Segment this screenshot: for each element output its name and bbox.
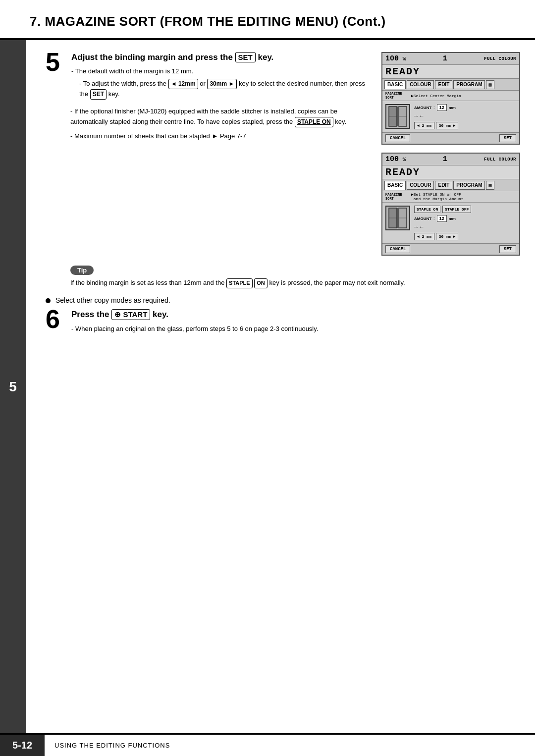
- panel2-amount-row: AMOUNT : 12 mm: [414, 215, 516, 222]
- panel2-percent: 100 %: [385, 155, 406, 163]
- page-title: 7. MAGAZINE SORT (FROM THE EDITING MENU)…: [30, 14, 505, 29]
- panel1-30mm-btn[interactable]: 30 mm ►: [436, 122, 459, 129]
- panel2-controls: STAPLE ON STAPLE OFF AMOUNT : 12 mm: [414, 206, 516, 240]
- page-header: 7. MAGAZINE SORT (FROM THE EDITING MENU)…: [0, 0, 535, 40]
- tip-staple-key[interactable]: STAPLE: [226, 278, 253, 288]
- panel2-set-btn[interactable]: SET: [499, 245, 516, 253]
- panel2-info-text: ▶Set STAPLE ON or OFF and the Margin Amo…: [411, 192, 464, 201]
- panel2-tab-colour[interactable]: COLOUR: [407, 181, 434, 190]
- panel2-staple-row: STAPLE ON STAPLE OFF: [414, 206, 516, 213]
- bullet-circle-icon: [46, 298, 51, 303]
- display-panel-2: 100 % 1 FULL COLOUR READY BASIC COLOUR E…: [381, 153, 520, 256]
- footer-text: USING THE EDITING FUNCTIONS: [45, 737, 180, 754]
- panel1-amount-value: 12: [437, 104, 447, 111]
- panel2-tab-basic[interactable]: BASIC: [384, 181, 406, 190]
- step6-start-key: ⊕ START: [111, 309, 150, 320]
- panel1-info-text: ▶Select Center Margin: [411, 94, 461, 98]
- step5-bullet2: - To adjust the width, press the ◄ 12mm …: [79, 79, 372, 100]
- step5-title-text1: Adjust the binding margin and press the: [71, 53, 233, 62]
- panel1-amount-unit: mm: [449, 106, 456, 110]
- panel2-arrows-row: → ←: [414, 224, 516, 231]
- footer-page-number: 5-12: [0, 735, 45, 756]
- panel2-amount-unit: mm: [449, 216, 456, 221]
- panel1-tab-program[interactable]: PROGRAM: [453, 80, 485, 89]
- panel2-tabs: BASIC COLOUR EDIT PROGRAM ▦: [382, 179, 519, 191]
- panel1-cancel-btn[interactable]: CANCEL: [385, 134, 410, 142]
- panel1-copynum: 1: [443, 54, 447, 63]
- tip-label: Tip: [70, 266, 94, 275]
- panel1-tabs: BASIC COLOUR EDIT PROGRAM ▦: [382, 79, 519, 91]
- step5-section: 5 Adjust the binding margin and press th…: [46, 52, 520, 256]
- step6-title: Press the ⊕ START key.: [71, 309, 520, 320]
- panel2-ready: READY: [382, 165, 519, 179]
- step5-note1: - If the optional finisher (MJ-1020) equ…: [70, 107, 372, 127]
- panel1-2mm-btn[interactable]: ◄ 2 mm: [414, 122, 434, 129]
- step5-note2: - Maximum number of sheets that can be s…: [70, 131, 372, 142]
- panel1-ready: READY: [382, 65, 519, 79]
- panel2-fullcolour: FULL COLOUR: [484, 157, 516, 162]
- panel1-tab-colour[interactable]: COLOUR: [407, 80, 434, 89]
- svg-rect-4: [397, 107, 399, 126]
- panel2-staple-off-btn[interactable]: STAPLE OFF: [442, 206, 471, 213]
- panel1-info-row: MAGAZINE SORT ▶Select Center Margin: [382, 91, 519, 101]
- step6-title-text2: key.: [153, 310, 168, 319]
- tip-on-key[interactable]: ON: [254, 278, 268, 288]
- 30mm-key[interactable]: 30mm ►: [207, 79, 237, 89]
- step5-body: Adjust the binding margin and press the …: [71, 52, 372, 102]
- panel1-right-arrow: →: [414, 113, 418, 120]
- panel1-tab-icon[interactable]: ▦: [486, 80, 494, 89]
- panel2-30mm-btn[interactable]: 30 mm ►: [436, 233, 459, 240]
- panel2-cancel-btn[interactable]: CANCEL: [385, 245, 410, 253]
- panel2-footer: CANCEL SET: [382, 243, 519, 255]
- step6-section: 6 Press the ⊕ START key. - When placing …: [46, 309, 520, 334]
- bullet-select-text: Select other copy modes as required.: [55, 296, 170, 304]
- panel2-2mm-btn[interactable]: ◄ 2 mm: [414, 233, 434, 240]
- step5-left: 5 Adjust the binding margin and press th…: [46, 52, 372, 145]
- panel2-right-arrow: →: [414, 224, 418, 231]
- panel2-tab-edit[interactable]: EDIT: [435, 181, 452, 190]
- page: 7. MAGAZINE SORT (FROM THE EDITING MENU)…: [0, 0, 535, 756]
- panel1-arrows-row: → ←: [414, 113, 516, 120]
- panel1-tab-basic[interactable]: BASIC: [384, 80, 406, 89]
- 12mm-key[interactable]: ◄ 12mm: [168, 79, 198, 89]
- panel2-amount-value: 12: [437, 215, 447, 222]
- step5-set-key: SET: [235, 52, 256, 62]
- content-area: 5 Adjust the binding margin and press th…: [26, 40, 535, 734]
- panel2-amount-label: AMOUNT: [414, 216, 431, 221]
- step5-bullet1: - The default width of the margin is 12 …: [71, 66, 372, 77]
- step6-number: 6: [46, 306, 66, 332]
- step6-body: Press the ⊕ START key. - When placing an…: [71, 309, 520, 334]
- step6-desc: - When placing an original on the glass,…: [71, 324, 520, 334]
- page-footer: 5-12 USING THE EDITING FUNCTIONS: [0, 733, 535, 756]
- panel2-staple-on-btn[interactable]: STAPLE ON: [414, 206, 440, 213]
- panel2-info-label: MAGAZINE SORT: [385, 193, 409, 201]
- set-key-inline[interactable]: SET: [90, 89, 107, 100]
- panel1-amount-label: AMOUNT: [414, 106, 431, 110]
- tip-box: Tip If the binding margin is set as less…: [70, 266, 520, 288]
- display-panel-1: 100 % 1 FULL COLOUR READY BASIC COLOUR E…: [381, 52, 520, 145]
- select-modes-row: Select other copy modes as required.: [46, 296, 520, 304]
- staple-on-key-inline[interactable]: STAPLE ON: [295, 117, 333, 127]
- panel2-tab-program[interactable]: PROGRAM: [453, 181, 485, 190]
- panel1-btn-group: ◄ 2 mm 30 mm ►: [414, 122, 516, 129]
- svg-rect-9: [397, 208, 399, 228]
- panel1-footer: CANCEL SET: [382, 132, 519, 144]
- panel2-info-row: MAGAZINE SORT ▶Set STAPLE ON or OFF and …: [382, 191, 519, 203]
- panel1-left-arrow: ←: [420, 113, 423, 120]
- display-panels: 100 % 1 FULL COLOUR READY BASIC COLOUR E…: [381, 52, 520, 256]
- panel2-tab-icon[interactable]: ▦: [486, 181, 494, 190]
- panel2-copynum: 1: [443, 155, 447, 163]
- panel1-percent: 100 %: [385, 54, 406, 63]
- panel2-top-bar: 100 % 1 FULL COLOUR: [382, 154, 519, 165]
- panel1-fullcolour: FULL COLOUR: [484, 56, 516, 61]
- step5-number: 5: [46, 49, 66, 75]
- panel1-info-label: MAGAZINE SORT: [385, 92, 409, 100]
- step5-title: Adjust the binding margin and press the …: [71, 52, 372, 62]
- panel2-left-arrow: ←: [420, 224, 423, 231]
- panel1-tab-edit[interactable]: EDIT: [435, 80, 452, 89]
- panel1-book-icon: [385, 104, 410, 129]
- step5-title-text2: key.: [258, 53, 274, 62]
- panel2-body: STAPLE ON STAPLE OFF AMOUNT : 12 mm: [382, 203, 519, 243]
- tip-text: If the binding margin is set as less tha…: [70, 278, 520, 288]
- panel1-set-btn[interactable]: SET: [499, 134, 516, 142]
